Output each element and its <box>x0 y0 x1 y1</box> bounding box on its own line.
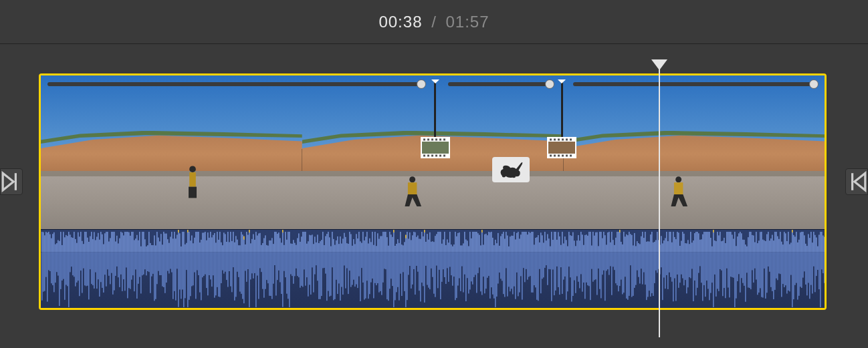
clip-edge-right-button[interactable] <box>845 168 868 195</box>
svg-rect-355 <box>249 252 250 307</box>
svg-rect-1036 <box>699 252 701 266</box>
svg-rect-131 <box>102 234 103 252</box>
svg-rect-353 <box>247 252 249 269</box>
svg-rect-681 <box>464 232 465 252</box>
svg-rect-555 <box>381 252 383 295</box>
svg-rect-977 <box>661 236 662 252</box>
svg-rect-415 <box>288 252 289 299</box>
svg-rect-454 <box>314 236 316 252</box>
svg-rect-341 <box>241 232 242 252</box>
svg-rect-35 <box>558 155 560 157</box>
svg-rect-589 <box>404 242 405 252</box>
svg-rect-156 <box>118 252 119 277</box>
svg-rect-201 <box>148 232 150 252</box>
speed-handle[interactable] <box>809 79 819 89</box>
svg-rect-730 <box>496 243 498 252</box>
svg-rect-1126 <box>760 232 761 252</box>
svg-rect-72 <box>62 252 63 281</box>
timeline-area[interactable] <box>0 44 868 348</box>
svg-rect-518 <box>357 238 358 252</box>
svg-rect-983 <box>665 238 666 252</box>
svg-rect-500 <box>345 237 346 252</box>
svg-rect-658 <box>448 252 449 282</box>
svg-rect-536 <box>369 238 370 252</box>
svg-rect-383 <box>267 246 269 252</box>
svg-rect-940 <box>635 252 637 285</box>
svg-rect-830 <box>563 243 564 252</box>
svg-rect-533 <box>366 252 368 281</box>
svg-rect-683 <box>465 239 467 252</box>
svg-rect-1205 <box>812 242 813 252</box>
svg-rect-276 <box>197 252 198 271</box>
selected-clip[interactable] <box>39 73 827 310</box>
svg-rect-523 <box>360 252 361 301</box>
svg-rect-497 <box>342 252 344 295</box>
svg-rect-264 <box>189 252 190 300</box>
svg-rect-171 <box>128 232 130 252</box>
svg-rect-988 <box>667 252 669 289</box>
svg-rect-771 <box>523 252 524 268</box>
svg-rect-856 <box>580 232 582 252</box>
svg-rect-1181 <box>796 232 797 252</box>
svg-rect-678 <box>461 252 463 267</box>
video-thumbnail-row[interactable] <box>41 75 825 229</box>
svg-rect-1163 <box>784 252 785 287</box>
svg-rect-690 <box>469 252 471 290</box>
svg-rect-1125 <box>758 252 760 293</box>
svg-rect-473 <box>326 252 328 301</box>
svg-rect-1035 <box>699 240 701 252</box>
film-frame-icon <box>547 137 576 158</box>
svg-rect-943 <box>638 243 639 252</box>
speed-segment[interactable] <box>573 82 815 86</box>
svg-rect-1109 <box>748 252 749 287</box>
speed-range-marker[interactable] <box>421 82 450 158</box>
svg-rect-1085 <box>732 252 733 277</box>
svg-rect-1111 <box>749 252 750 288</box>
svg-rect-184 <box>136 252 138 299</box>
svg-rect-1039 <box>702 234 703 252</box>
speed-segment[interactable] <box>448 82 549 86</box>
svg-rect-1077 <box>726 252 728 269</box>
svg-rect-369 <box>258 233 259 252</box>
svg-rect-373 <box>261 245 262 252</box>
playhead[interactable] <box>659 59 660 337</box>
speed-segment[interactable] <box>47 82 421 86</box>
speed-range-marker[interactable] <box>547 82 576 158</box>
svg-rect-1093 <box>737 252 738 281</box>
svg-rect-52 <box>48 252 49 270</box>
svg-rect-248 <box>179 233 181 252</box>
svg-rect-708 <box>481 252 483 295</box>
svg-rect-329 <box>233 232 234 252</box>
svg-rect-150 <box>114 252 115 291</box>
svg-rect-1114 <box>752 235 753 252</box>
svg-rect-62 <box>55 252 56 283</box>
svg-rect-957 <box>647 241 649 252</box>
svg-rect-336 <box>237 252 238 272</box>
svg-rect-477 <box>329 252 330 297</box>
svg-rect-406 <box>282 252 284 307</box>
svg-rect-868 <box>588 232 590 252</box>
svg-rect-467 <box>322 252 324 268</box>
svg-rect-567 <box>389 252 391 289</box>
svg-rect-77 <box>66 235 67 252</box>
svg-rect-654 <box>445 252 447 284</box>
svg-rect-250 <box>181 246 182 252</box>
svg-rect-808 <box>548 238 550 252</box>
svg-rect-299 <box>213 235 214 252</box>
svg-rect-262 <box>187 230 189 232</box>
svg-rect-1206 <box>812 252 813 293</box>
svg-rect-223 <box>163 232 165 252</box>
svg-rect-601 <box>411 252 412 289</box>
svg-rect-1140 <box>769 240 770 252</box>
svg-rect-115 <box>91 232 92 252</box>
svg-rect-472 <box>326 234 328 252</box>
clip-edge-left-button[interactable] <box>0 168 23 195</box>
svg-rect-1064 <box>718 235 720 252</box>
svg-rect-944 <box>638 252 639 277</box>
svg-rect-435 <box>301 252 302 286</box>
svg-rect-712 <box>484 234 485 252</box>
svg-rect-1098 <box>741 233 742 252</box>
svg-rect-924 <box>625 252 626 277</box>
speed-badge-fast[interactable] <box>492 157 530 182</box>
audio-waveform-row[interactable] <box>41 229 825 308</box>
